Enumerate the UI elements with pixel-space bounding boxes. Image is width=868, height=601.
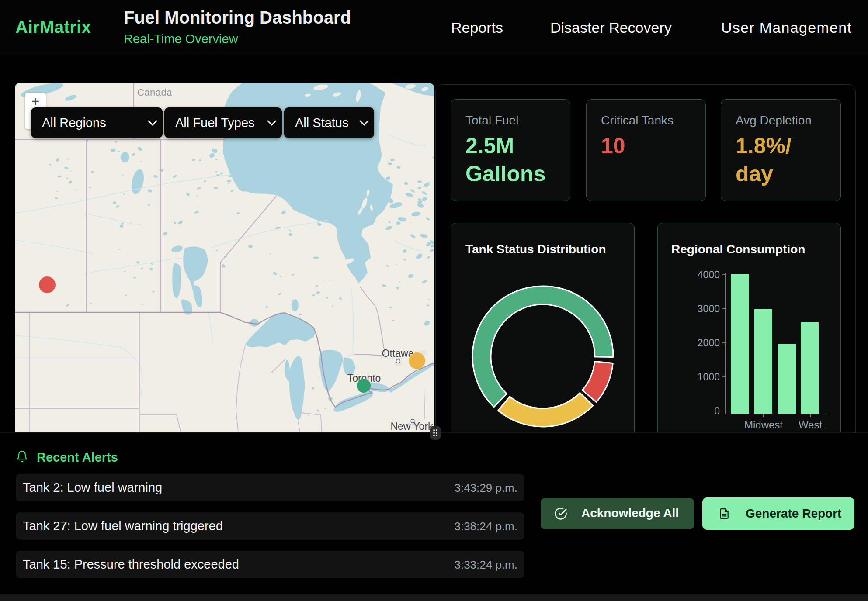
- svg-text:2000: 2000: [698, 337, 720, 349]
- svg-text:4000: 4000: [698, 269, 720, 280]
- svg-text:Canada: Canada: [137, 87, 172, 98]
- svg-text:West: West: [799, 419, 823, 431]
- svg-text:Ottawa: Ottawa: [382, 348, 414, 359]
- svg-text:1000: 1000: [698, 371, 720, 383]
- svg-text:Midwest: Midwest: [744, 419, 783, 431]
- svg-text:0: 0: [714, 405, 720, 417]
- svg-text:3000: 3000: [698, 303, 720, 314]
